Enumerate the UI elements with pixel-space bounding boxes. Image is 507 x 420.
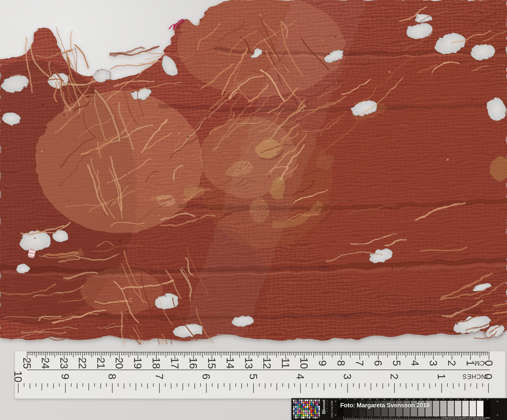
cm-tick xyxy=(431,352,432,355)
cm-tick xyxy=(58,352,59,355)
cm-number: 2 xyxy=(446,360,457,366)
color-patch xyxy=(301,399,302,401)
color-patch xyxy=(299,408,300,410)
inch-tick xyxy=(435,383,436,387)
inch-tick xyxy=(241,383,242,389)
color-patch xyxy=(313,404,314,406)
cm-tick xyxy=(350,352,351,357)
cm-tick xyxy=(459,352,460,355)
cm-tick xyxy=(53,352,53,355)
color-patch xyxy=(295,408,297,410)
gray-patch-label: 70 xyxy=(442,398,444,400)
color-patch xyxy=(307,399,308,401)
mm-tick xyxy=(395,417,395,419)
color-patch xyxy=(311,408,312,410)
cm-tick xyxy=(374,352,375,355)
cm-tick xyxy=(34,352,35,355)
cm-tick xyxy=(189,352,190,355)
cm-tick xyxy=(376,352,376,355)
mm-tick xyxy=(386,417,386,419)
color-patch xyxy=(303,410,304,412)
cm-tick xyxy=(289,352,290,355)
color-patch xyxy=(299,399,300,401)
inch-tick xyxy=(294,383,295,387)
cm-tick xyxy=(489,352,489,360)
mm-tick xyxy=(434,417,434,419)
mm-tick xyxy=(360,417,360,419)
gray-patch-label: 80 xyxy=(457,398,459,400)
color-patch xyxy=(297,404,298,406)
gray-patch-label: 75 xyxy=(450,398,451,400)
cm-number: 9 xyxy=(317,360,328,366)
gray-patch-label: G xyxy=(487,398,488,400)
mm-tick xyxy=(397,417,397,419)
cm-tick xyxy=(247,352,247,355)
mm-scale-baseline xyxy=(343,419,485,419)
debris-speck xyxy=(178,133,180,134)
cm-tick xyxy=(182,352,183,355)
color-patch xyxy=(309,410,310,412)
color-patch xyxy=(297,399,298,401)
cm-tick xyxy=(345,352,345,355)
inch-tick xyxy=(412,383,412,387)
color-patch xyxy=(297,417,298,418)
color-patch xyxy=(309,408,310,410)
inch-tick xyxy=(253,383,254,393)
linear-gray-scale-label: Linear Gray Scale xyxy=(331,400,333,418)
cm-tick xyxy=(228,352,229,355)
cm-tick xyxy=(31,352,31,355)
cm-tick xyxy=(409,352,410,355)
cm-tick xyxy=(400,352,401,355)
cm-tick xyxy=(354,352,354,355)
inch-tick xyxy=(312,383,312,389)
cm-tick xyxy=(265,352,266,355)
inch-tick xyxy=(324,383,324,390)
color-patch xyxy=(315,414,316,416)
cm-tick xyxy=(341,352,341,360)
cm-tick xyxy=(411,352,412,355)
mm-tick xyxy=(347,417,348,419)
debris-speck xyxy=(41,150,43,152)
cm-tick xyxy=(280,352,281,355)
cm-tick xyxy=(422,352,423,355)
color-patch xyxy=(305,408,306,410)
cm-tick xyxy=(311,352,312,355)
inch-tick xyxy=(447,383,448,387)
cm-tick xyxy=(450,352,450,355)
color-patch xyxy=(301,412,302,414)
mm-tick xyxy=(349,417,349,419)
color-patch xyxy=(301,417,302,418)
color-patch xyxy=(293,404,295,406)
color-patch xyxy=(315,408,316,410)
cm-tick xyxy=(271,352,271,355)
mm-tick xyxy=(358,417,358,419)
color-patch xyxy=(305,399,306,401)
cm-tick xyxy=(398,352,399,355)
cm-tick xyxy=(239,352,240,357)
color-patch xyxy=(305,414,306,416)
cm-number: 21 xyxy=(96,357,106,369)
cm-tick xyxy=(136,352,136,355)
color-patch xyxy=(311,410,312,412)
cm-number: 3 xyxy=(428,360,439,366)
color-patch xyxy=(307,410,308,412)
inch-tick xyxy=(347,383,348,393)
color-patch xyxy=(293,410,295,412)
color-patch xyxy=(303,399,304,401)
gray-patch-label: 15 xyxy=(361,398,363,400)
cm-tick xyxy=(252,352,253,355)
inch-tick xyxy=(306,383,306,387)
cm-tick xyxy=(173,352,173,355)
cm-tick xyxy=(426,352,426,355)
color-patch xyxy=(313,414,314,416)
inch-tick xyxy=(335,383,336,389)
cm-tick xyxy=(125,352,125,355)
cm-tick xyxy=(433,352,434,360)
cm-tick xyxy=(387,352,388,357)
gray-patch xyxy=(462,401,469,416)
mm-tick xyxy=(345,417,346,419)
inch-tick xyxy=(153,383,154,387)
cm-tick xyxy=(201,352,201,355)
gray-patch-label: 90 xyxy=(472,398,474,400)
loose-thread xyxy=(75,45,88,68)
